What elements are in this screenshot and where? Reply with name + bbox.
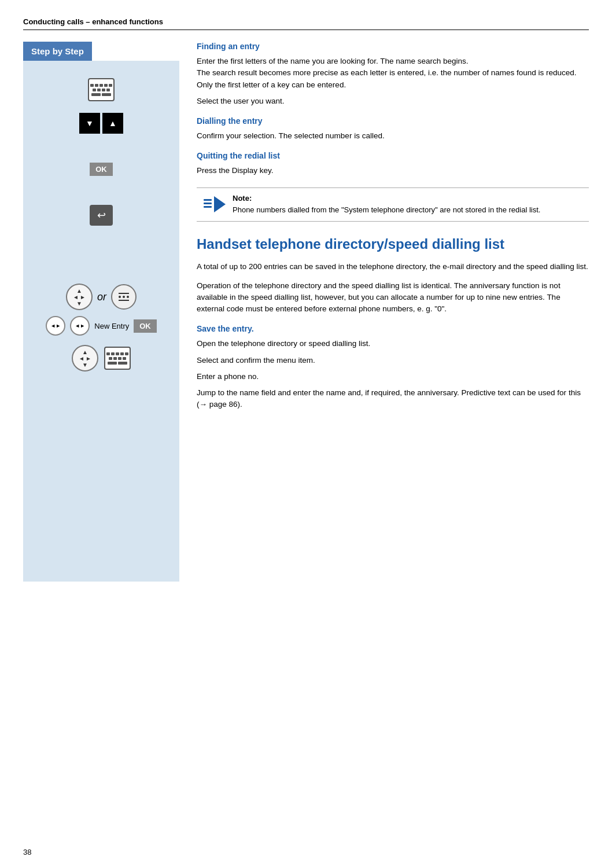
ok-button-new-entry[interactable]: OK: [134, 319, 157, 333]
note-content: Note: Phone numbers dialled from the "Sy…: [233, 194, 582, 216]
main-layout: Step by Step: [23, 42, 589, 582]
nav-arrows-icons: [79, 113, 123, 134]
big-section-title: Handset telephone directory/speed dialli…: [197, 236, 589, 253]
note-arrow-icon: [204, 195, 226, 212]
finding-title: Finding an entry: [197, 42, 589, 51]
save-step-1: Open the telephone directory or speed di…: [197, 338, 589, 350]
dialling-text: Confirm your selection. The selected num…: [197, 130, 589, 142]
small-nav-circle-2[interactable]: ◄►: [70, 316, 90, 336]
right-column: Finding an entry Enter the first letters…: [179, 42, 589, 582]
up-arrow-button[interactable]: [102, 113, 123, 134]
down-arrow-button[interactable]: [79, 113, 100, 134]
dialling-title: Dialling the entry: [197, 116, 589, 126]
save-title: Save the entry.: [197, 324, 589, 333]
note-arrow: [214, 196, 226, 212]
page-ref: (→ page 86): [197, 400, 240, 409]
left-column: Step by Step: [23, 42, 179, 582]
keyboard-icon: [88, 78, 115, 101]
new-entry-label: New Entry: [94, 322, 129, 330]
this-label: this: [569, 388, 581, 397]
or-label: or: [97, 291, 106, 303]
open-directory-icons: ▲ ◄► ▼ or: [66, 284, 137, 310]
finding-text-1: Enter the first letters of the name you …: [197, 56, 589, 91]
nav-circle-icon[interactable]: ▲ ◄► ▼: [66, 284, 93, 310]
note-box: Note: Phone numbers dialled from the "Sy…: [197, 187, 589, 222]
ok-dialling-slot: OK: [90, 163, 113, 176]
menu-lines: [119, 293, 129, 301]
note-text: Phone numbers dialled from the "System t…: [233, 205, 582, 216]
ok-button-dialling[interactable]: OK: [90, 163, 113, 176]
keyboard-icon-2: [104, 347, 131, 370]
note-lines-icon: [204, 199, 212, 208]
page-number: 38: [23, 848, 31, 856]
display-key-icon[interactable]: [90, 205, 113, 226]
quitting-text: Press the Display key.: [197, 165, 589, 176]
header-title: Conducting calls – enhanced functions: [23, 17, 163, 26]
page: Conducting calls – enhanced functions St…: [0, 0, 612, 868]
quitting-title: Quitting the redial list: [197, 151, 589, 160]
big-section-para-2: Operation of the telephone directory and…: [197, 280, 589, 315]
finding-icons: [88, 78, 115, 101]
finding-text-2: Select the user you want.: [197, 95, 589, 107]
menu-circle-icon[interactable]: [111, 284, 137, 310]
new-entry-row: ◄► ◄► New Entry OK: [29, 316, 174, 336]
step-by-step-label: Step by Step: [23, 42, 92, 61]
save-icons-area: ▲ ◄► ▼ or: [29, 284, 174, 372]
left-sidebar: OK ▲ ◄► ▼: [23, 61, 179, 582]
save-step-2: Select and confirm the menu item.: [197, 355, 589, 366]
note-title: Note:: [233, 194, 582, 203]
save-step-3: Enter a phone no.: [197, 371, 589, 382]
small-nav-circle-1[interactable]: ◄►: [46, 316, 65, 336]
big-section-para-1: A total of up to 200 entries can be save…: [197, 261, 589, 273]
display-key-slot: [90, 205, 113, 226]
save-step-4: Jump to the name field and enter the nam…: [197, 387, 589, 411]
page-header: Conducting calls – enhanced functions: [23, 17, 589, 30]
arrow-buttons: [79, 113, 123, 134]
nav-circle-2[interactable]: ▲ ◄► ▼: [72, 345, 98, 372]
phone-no-icons: ▲ ◄► ▼: [72, 345, 131, 372]
